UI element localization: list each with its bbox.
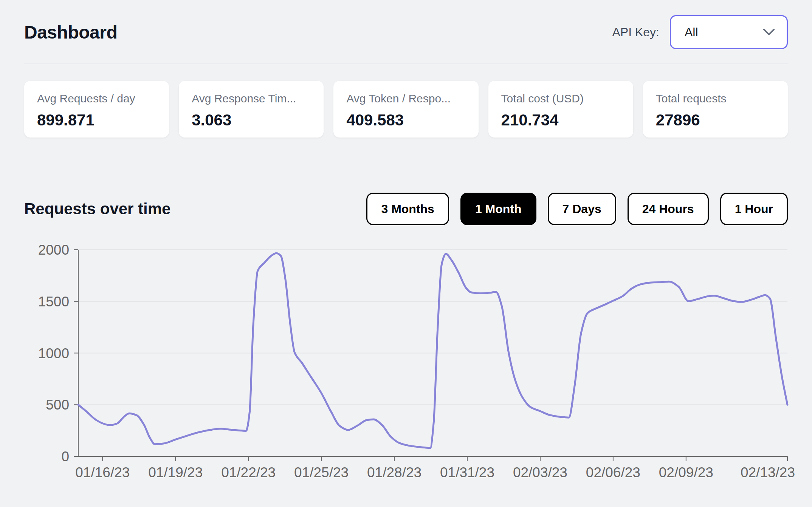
stat-card-avg-requests: Avg Requests / day 899.871	[24, 81, 169, 138]
stat-label: Avg Requests / day	[37, 92, 156, 105]
y-tick-label: 0	[61, 449, 69, 464]
header: Dashboard API Key: All	[24, 0, 788, 49]
stat-value: 210.734	[501, 111, 620, 129]
range-button-24-hours[interactable]: 24 Hours	[628, 193, 709, 225]
x-tick-label: 02/09/23	[659, 465, 713, 480]
range-button-1-month[interactable]: 1 Month	[460, 193, 536, 225]
stat-card-avg-token: Avg Token / Respo... 409.583	[333, 81, 478, 138]
x-tick-label: 02/13/23	[741, 465, 795, 480]
x-tick-label: 01/31/23	[440, 465, 494, 480]
chart-section-header: Requests over time 3 Months 1 Month 7 Da…	[24, 193, 788, 225]
stat-label: Total cost (USD)	[501, 92, 620, 105]
section-title: Requests over time	[24, 200, 170, 218]
y-tick-label: 1500	[38, 294, 69, 309]
time-range-buttons: 3 Months 1 Month 7 Days 24 Hours 1 Hour	[366, 193, 788, 225]
y-axis: 0500100015002000	[38, 242, 78, 464]
api-key-label: API Key:	[612, 25, 660, 39]
stat-cards: Avg Requests / day 899.871 Avg Response …	[24, 81, 788, 138]
requests-line-series	[78, 253, 787, 448]
stat-label: Total requests	[656, 92, 775, 105]
api-key-select[interactable]: All	[670, 15, 788, 49]
dashboard-page: Dashboard API Key: All Avg Requests / da…	[0, 0, 812, 225]
header-divider	[24, 63, 788, 64]
stat-value: 409.583	[346, 111, 465, 129]
requests-over-time-chart: 050010001500200001/16/2301/19/2301/22/23…	[0, 232, 812, 496]
gridlines	[78, 250, 787, 405]
x-tick-label: 02/03/23	[513, 465, 567, 480]
stat-value: 3.063	[192, 111, 311, 129]
page-title: Dashboard	[24, 22, 117, 43]
stat-card-total-cost: Total cost (USD) 210.734	[488, 81, 633, 138]
stat-label: Avg Token / Respo...	[346, 92, 465, 105]
y-tick-label: 500	[46, 397, 69, 413]
stat-card-total-requests: Total requests 27896	[643, 81, 788, 138]
api-key-control: API Key: All	[612, 15, 788, 49]
range-button-7-days[interactable]: 7 Days	[548, 193, 616, 225]
x-tick-label: 01/16/23	[75, 465, 130, 480]
x-axis: 01/16/2301/19/2301/22/2301/25/2301/28/23…	[75, 456, 795, 480]
x-tick-label: 01/28/23	[367, 465, 421, 480]
stat-value: 27896	[656, 111, 775, 129]
range-button-3-months[interactable]: 3 Months	[366, 193, 449, 225]
y-tick-label: 1000	[38, 346, 69, 361]
api-key-selected-value: All	[685, 25, 698, 39]
stat-card-avg-response-time: Avg Response Tim... 3.063	[179, 81, 324, 138]
x-tick-label: 01/19/23	[148, 465, 203, 480]
x-tick-label: 02/06/23	[586, 465, 640, 480]
x-tick-label: 01/22/23	[221, 465, 276, 480]
range-button-1-hour[interactable]: 1 Hour	[720, 193, 788, 225]
stat-value: 899.871	[37, 111, 156, 129]
x-tick-label: 01/25/23	[294, 465, 349, 480]
y-tick-label: 2000	[38, 242, 69, 258]
stat-label: Avg Response Tim...	[192, 92, 311, 105]
chevron-down-icon	[762, 28, 775, 36]
